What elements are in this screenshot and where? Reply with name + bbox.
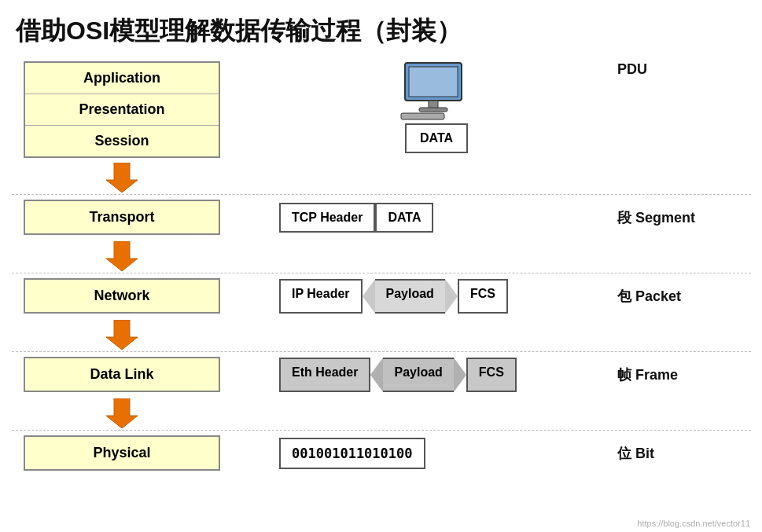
- arrow-4: [106, 398, 138, 428]
- frame-label: 帧 Frame: [609, 365, 751, 384]
- svg-marker-7: [106, 320, 138, 350]
- network-layer: Network: [24, 278, 220, 314]
- ip-header-cell: IP Header: [279, 279, 363, 314]
- binary-cell: 001001011010100: [279, 438, 425, 469]
- svg-rect-1: [409, 67, 458, 97]
- watermark: https://blog.csdn.net/vector11: [637, 519, 750, 528]
- tcp-header-cell: TCP Header: [279, 203, 375, 233]
- computer-icon: [397, 61, 476, 120]
- page-title: 借助OSI模型理解数据传输过程（封装）: [0, 0, 762, 57]
- arrow-2: [106, 241, 138, 271]
- transport-data-cell: DATA: [375, 203, 433, 233]
- datalink-layer: Data Link: [24, 357, 220, 392]
- arrow-1: [106, 163, 138, 193]
- transport-layer: Transport: [24, 200, 220, 235]
- physical-layer: Physical: [24, 435, 220, 471]
- application-layer: Application: [25, 63, 219, 94]
- presentation-layer: Presentation: [25, 94, 219, 126]
- top-layer-group: Application Presentation Session: [24, 61, 220, 158]
- session-layer: Session: [25, 126, 219, 156]
- svg-marker-8: [106, 398, 138, 428]
- pdu-label: PDU: [609, 61, 751, 78]
- data-box: DATA: [405, 123, 468, 153]
- datalink-payload-cell: Payload: [383, 358, 453, 392]
- svg-rect-4: [401, 113, 444, 119]
- packet-label: 包 Packet: [609, 287, 751, 306]
- svg-marker-6: [106, 241, 138, 271]
- network-payload-cell: Payload: [375, 279, 445, 314]
- arrow-3: [106, 320, 138, 350]
- svg-rect-3: [419, 108, 447, 112]
- network-fcs-cell: FCS: [458, 279, 508, 314]
- bit-label: 位 Bit: [609, 444, 751, 463]
- datalink-fcs-cell: FCS: [466, 358, 517, 392]
- svg-marker-5: [106, 163, 138, 193]
- segment-label: 段 Segment: [609, 208, 751, 227]
- eth-header-cell: Eth Header: [279, 358, 370, 392]
